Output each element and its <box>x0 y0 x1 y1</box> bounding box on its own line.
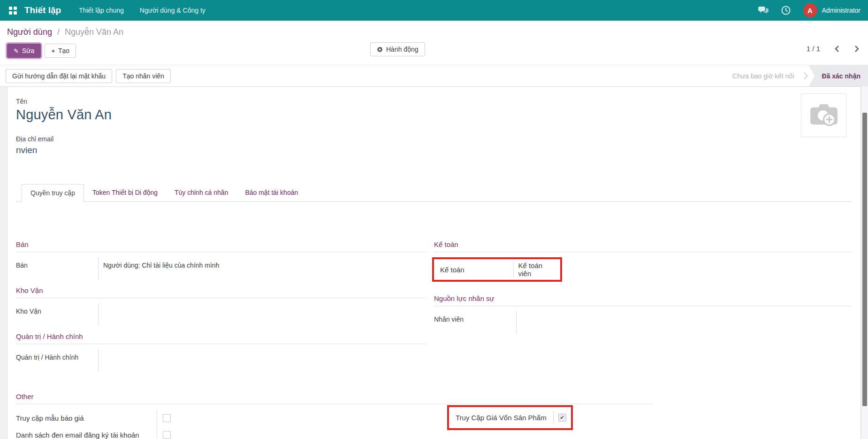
inventory-field-value <box>98 303 426 326</box>
user-avatar: A <box>803 3 817 17</box>
breadcrumb-users-link[interactable]: Người dùng <box>7 27 52 37</box>
tab-account-security[interactable]: Bảo mật tài khoản <box>236 184 306 202</box>
chevron-right-icon <box>800 72 808 80</box>
pager: 1 / 1 <box>807 45 860 53</box>
user-menu[interactable]: A Administrator <box>803 3 860 17</box>
field-row-inventory: Kho Vận <box>16 303 426 326</box>
plus-icon: + <box>51 47 55 54</box>
navbar-right: A Administrator <box>758 3 860 17</box>
group-sales-title: Bán <box>16 240 426 252</box>
pager-counter: 1 / 1 <box>807 45 820 53</box>
stage-never-connected[interactable]: Chưa bao giờ kết nối <box>732 72 801 80</box>
hr-field-label: Nhân viên <box>434 311 516 334</box>
product-cost-label: Truy Cập Giá Vốn Sản Phẩm <box>456 414 553 422</box>
create-button[interactable]: + Tạo <box>45 44 76 58</box>
create-employee-button[interactable]: Tạo nhân viên <box>116 69 171 83</box>
field-row-email-blacklist: Danh sách đen email đăng ký tài khoản <box>16 426 852 439</box>
inventory-field-label: Kho Vận <box>16 303 98 326</box>
group-administration: Quản trị / Hành chính Quản trị / Hành ch… <box>16 332 426 372</box>
app-title[interactable]: Thiết lập <box>24 5 61 15</box>
tab-preferences[interactable]: Tùy chỉnh cá nhân <box>166 184 236 202</box>
highlight-box-product-cost: Truy Cập Giá Vốn Sản Phẩm ✔ <box>447 405 573 430</box>
user-name: Administrator <box>822 7 860 14</box>
breadcrumb: Người dùng / Nguyễn Văn An <box>0 21 868 37</box>
messages-icon[interactable] <box>758 5 769 15</box>
group-inventory: Kho Vận Kho Vận <box>16 286 426 326</box>
activities-clock-icon[interactable] <box>781 5 791 15</box>
field-row-administration: Quản trị / Hành chính <box>16 349 426 372</box>
action-menu-button[interactable]: Hành động <box>370 42 425 56</box>
quotation-templates-checkbox[interactable] <box>163 414 171 422</box>
right-column: Kế toán Kế toán Kế toán viên Nguồn lực n… <box>434 240 852 378</box>
notebook-tabs: Quyền truy cập Token Thiết bị Di động Tù… <box>16 184 852 202</box>
field-separator <box>553 411 554 424</box>
vertical-scrollbar[interactable] <box>861 86 868 439</box>
form-view: Tên Nguyễn Văn An Địa chỉ email nvien Qu… <box>0 87 868 439</box>
accounting-field-label: Kế toán <box>440 266 513 274</box>
statusbar: Gửi hướng dẫn đặt lại mật khẩu Tạo nhân … <box>0 65 868 87</box>
edit-button[interactable]: ✎ Sửa <box>7 44 41 58</box>
tab-mobile-token[interactable]: Token Thiết bị Di động <box>84 184 166 202</box>
administration-field-value <box>98 349 426 372</box>
scrollbar-thumb[interactable] <box>862 113 867 406</box>
menu-users-companies[interactable]: Người dùng & Công ty <box>140 7 206 14</box>
form-sheet: Tên Nguyễn Văn An Địa chỉ email nvien Qu… <box>7 87 861 439</box>
sales-field-label: Bán <box>16 257 98 280</box>
menu-general-settings[interactable]: Thiết lập chung <box>79 7 124 14</box>
group-other: Other Truy cập mẫu báo giá Danh sách đen… <box>16 393 852 439</box>
group-inventory-title: Kho Vận <box>16 286 426 298</box>
user-image-placeholder <box>801 93 846 137</box>
group-other-title: Other <box>16 393 653 404</box>
group-accounting-title: Kế toán <box>434 240 852 252</box>
breadcrumb-separator: / <box>57 27 60 37</box>
email-blacklist-checkbox[interactable] <box>163 431 171 439</box>
product-cost-checkbox[interactable]: ✔ <box>558 414 566 422</box>
email-field-label: Địa chỉ email <box>16 135 852 143</box>
top-navbar: Thiết lập Thiết lập chung Người dùng & C… <box>0 0 868 21</box>
send-password-reset-button[interactable]: Gửi hướng dẫn đặt lại mật khẩu <box>6 69 112 83</box>
grid-icon <box>9 7 17 15</box>
field-row-hr: Nhân viên <box>434 311 852 334</box>
breadcrumb-current: Nguyễn Văn An <box>65 27 123 37</box>
pager-previous-icon[interactable] <box>834 45 840 53</box>
tab-access-rights[interactable]: Quyền truy cập <box>22 184 84 202</box>
hr-field-value <box>516 311 852 334</box>
object-buttons: Gửi hướng dẫn đặt lại mật khẩu Tạo nhân … <box>0 69 171 83</box>
name-field-label: Tên <box>16 98 852 105</box>
sales-field-value: Người dùng: Chỉ tài liệu của chính mình <box>98 257 426 280</box>
pencil-icon: ✎ <box>14 47 19 54</box>
email-blacklist-cell <box>157 426 171 439</box>
other-rows: Truy cập mẫu báo giá Danh sách đen email… <box>16 409 852 439</box>
field-row-quotation-templates: Truy cập mẫu báo giá <box>16 409 852 426</box>
user-name-value: Nguyễn Văn An <box>16 107 852 123</box>
field-row-sales: Bán Người dùng: Chỉ tài liệu của chính m… <box>16 257 426 280</box>
stage-confirmed[interactable]: Đã xác nhận <box>809 65 868 86</box>
control-panel-buttons: ✎ Sửa + Tạo Hành động 1 / 1 <box>0 41 868 61</box>
pager-next-icon[interactable] <box>854 45 860 53</box>
access-rights-panel: Bán Bán Người dùng: Chỉ tài liệu của chí… <box>16 202 852 439</box>
group-sales: Bán Bán Người dùng: Chỉ tài liệu của chí… <box>16 240 426 280</box>
apps-menu-icon[interactable] <box>6 3 20 17</box>
group-administration-title: Quản trị / Hành chính <box>16 332 426 344</box>
quotation-templates-label: Truy cập mẫu báo giá <box>16 414 157 422</box>
group-accounting: Kế toán Kế toán Kế toán viên <box>434 240 852 282</box>
administration-field-label: Quản trị / Hành chính <box>16 349 98 372</box>
group-hr-title: Nguồn lực nhân sự <box>434 294 852 306</box>
status-stages: Chưa bao giờ kết nối Đã xác nhận <box>732 65 868 86</box>
gear-icon <box>377 46 383 53</box>
email-blacklist-label: Danh sách đen email đăng ký tài khoản <box>16 431 157 439</box>
app-menu: Thiết lập chung Người dùng & Công ty <box>79 7 206 14</box>
quotation-templates-cell <box>157 409 171 426</box>
accounting-field-value: Kế toán viên <box>514 262 556 277</box>
email-value: nvien <box>16 145 852 155</box>
group-hr: Nguồn lực nhân sự Nhân viên <box>434 294 852 334</box>
camera-plus-icon <box>809 103 838 128</box>
highlight-box-accounting: Kế toán Kế toán viên <box>432 257 562 282</box>
control-panel: Người dùng / Nguyễn Văn An ✎ Sửa + Tạo H… <box>0 21 868 87</box>
left-column: Bán Bán Người dùng: Chỉ tài liệu của chí… <box>16 240 426 378</box>
